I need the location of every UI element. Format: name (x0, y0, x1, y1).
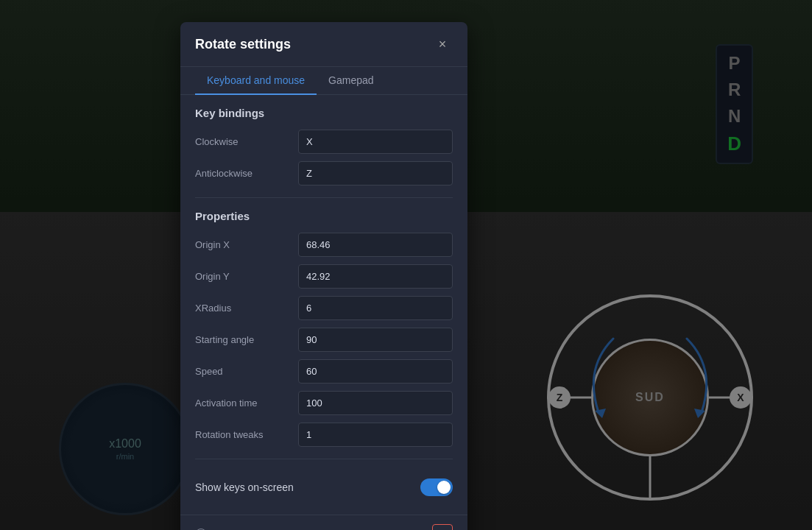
clockwise-row: Clockwise (195, 130, 453, 154)
tabs-container: Keyboard and mouse Gamepad (180, 67, 467, 95)
dialog-header: Rotate settings × (180, 22, 467, 67)
dialog-footer: i Changes will be saved automatically (180, 515, 467, 530)
activation-time-row: Activation time (195, 391, 453, 415)
divider-2 (195, 459, 453, 459)
anticlockwise-input[interactable] (298, 161, 453, 186)
dialog-title: Rotate settings (195, 37, 291, 52)
clockwise-input[interactable] (298, 130, 453, 154)
divider-1 (195, 197, 453, 198)
rotation-tweaks-row: Rotation tweaks (195, 423, 453, 447)
toggle-knob (437, 481, 451, 494)
anticlockwise-row: Anticlockwise (195, 161, 453, 186)
tab-keyboard[interactable]: Keyboard and mouse (195, 67, 317, 95)
xradius-row: XRadius (195, 296, 453, 320)
origin-y-input[interactable] (298, 264, 453, 289)
starting-angle-label: Starting angle (195, 334, 298, 345)
origin-x-input[interactable] (298, 233, 453, 257)
anticlockwise-label: Anticlockwise (195, 168, 298, 179)
clockwise-label: Clockwise (195, 136, 298, 147)
rotation-tweaks-input[interactable] (298, 423, 453, 447)
origin-x-row: Origin X (195, 233, 453, 257)
xradius-label: XRadius (195, 303, 298, 314)
close-button[interactable]: × (432, 34, 453, 54)
origin-y-row: Origin Y (195, 264, 453, 289)
tab-gamepad[interactable]: Gamepad (317, 67, 385, 95)
activation-time-input[interactable] (298, 391, 453, 415)
speed-row: Speed (195, 359, 453, 384)
origin-y-label: Origin Y (195, 271, 298, 282)
rotation-tweaks-label: Rotation tweaks (195, 429, 298, 440)
speed-input[interactable] (298, 359, 453, 384)
starting-angle-row: Starting angle (195, 328, 453, 352)
rotate-settings-dialog: Rotate settings × Keyboard and mouse Gam… (180, 22, 467, 530)
show-keys-toggle[interactable] (420, 478, 453, 496)
xradius-input[interactable] (298, 296, 453, 320)
starting-angle-input[interactable] (298, 328, 453, 352)
show-keys-label: Show keys on-screen (195, 481, 294, 493)
key-bindings-section-title: Key bindings (195, 107, 453, 119)
origin-x-label: Origin X (195, 239, 298, 250)
delete-button[interactable] (432, 524, 453, 530)
activation-time-label: Activation time (195, 398, 298, 409)
show-keys-row: Show keys on-screen (195, 471, 453, 504)
properties-section-title: Properties (195, 210, 453, 222)
dialog-body: Key bindings Clockwise Anticlockwise Pro… (180, 95, 467, 515)
speed-label: Speed (195, 366, 298, 377)
